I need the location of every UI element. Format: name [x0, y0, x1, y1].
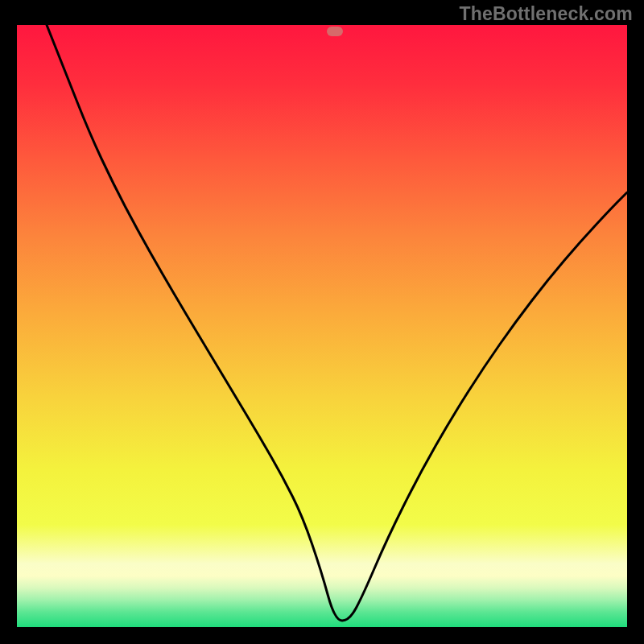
- optimal-marker: [327, 27, 343, 36]
- chart-frame: TheBottleneck.com: [0, 0, 644, 644]
- watermark-text: TheBottleneck.com: [459, 3, 633, 25]
- bottleneck-chart: [17, 25, 627, 627]
- plot-area: [17, 25, 627, 627]
- gradient-background: [17, 25, 627, 627]
